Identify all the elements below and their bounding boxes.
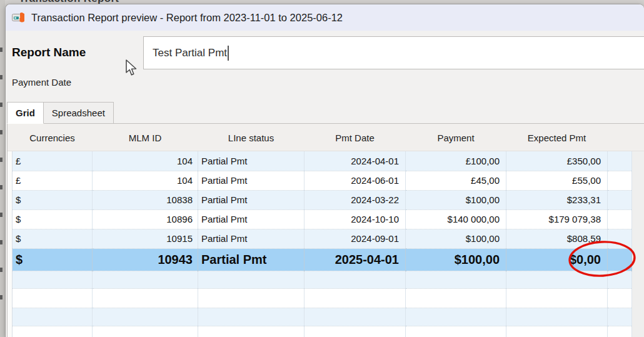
- cell-empty: [13, 288, 93, 308]
- cell-line-status[interactable]: Partial Pmt: [198, 171, 304, 190]
- cell-currency[interactable]: £: [13, 171, 93, 190]
- table-row-empty[interactable]: [13, 271, 632, 288]
- cell-empty: [608, 308, 632, 326]
- cell-filler: [608, 151, 632, 171]
- cell-empty: [304, 271, 406, 288]
- cell-pmt-date[interactable]: 2025-04-01: [304, 248, 406, 271]
- cell-payment[interactable]: $100,00: [406, 229, 506, 248]
- dialog-titlebar[interactable]: Transaction Report preview - Report from…: [6, 4, 644, 31]
- cell-currency[interactable]: $: [13, 248, 93, 271]
- grid-header-row: CurrenciesMLM IDLIne statusPmt DatePayme…: [13, 124, 632, 151]
- cell-mlm-id[interactable]: 104: [93, 151, 198, 171]
- cell-payment[interactable]: $100,00: [406, 248, 506, 271]
- cell-filler: [608, 190, 632, 209]
- grid-panel: CurrenciesMLM IDLIne statusPmt DatePayme…: [7, 123, 644, 337]
- cell-empty: [198, 308, 304, 326]
- cell-expected-pmt[interactable]: $0,00: [506, 248, 608, 271]
- grid-body: £104Partial Pmt2024-04-01£100,00£350,00£…: [13, 151, 632, 337]
- cell-pmt-date[interactable]: 2024-10-10: [304, 209, 406, 229]
- screen: Transaction Report Transaction Report pr…: [0, 0, 644, 337]
- report-name-input[interactable]: Test Partial Pmt: [143, 36, 644, 69]
- report-name-value: Test Partial Pmt: [153, 47, 227, 59]
- cell-expected-pmt[interactable]: $179 079,38: [506, 209, 608, 229]
- column-header-filler: [608, 124, 632, 151]
- table-row[interactable]: £104Partial Pmt2024-06-01£45,00£55,00: [13, 171, 632, 190]
- view-tabs: Grid Spreadsheet: [7, 102, 114, 124]
- table-row[interactable]: $10896Partial Pmt2024-10-10$140 000,00$1…: [13, 209, 632, 229]
- cell-mlm-id[interactable]: 104: [93, 171, 198, 190]
- cell-filler: [608, 229, 632, 248]
- cell-mlm-id[interactable]: 10896: [93, 209, 198, 229]
- cell-payment[interactable]: $100,00: [406, 190, 506, 209]
- occluded-window-left-sliver: [0, 0, 5, 337]
- cell-empty: [406, 271, 506, 288]
- report-app-icon: [12, 12, 26, 24]
- mouse-cursor-icon: [124, 59, 138, 77]
- table-row[interactable]: $10915Partial Pmt2024-09-01$100,00$808,5…: [13, 229, 632, 248]
- table-row[interactable]: £104Partial Pmt2024-04-01£100,00£350,00: [13, 151, 632, 171]
- cell-empty: [304, 288, 406, 308]
- cell-expected-pmt[interactable]: $233,31: [506, 190, 608, 209]
- cell-empty: [93, 271, 198, 288]
- column-header-payment[interactable]: Payment: [406, 124, 506, 151]
- cell-empty: [304, 326, 406, 337]
- cell-empty: [406, 308, 506, 326]
- tab-grid[interactable]: Grid: [7, 102, 44, 124]
- cell-line-status[interactable]: Partial Pmt: [198, 229, 304, 248]
- cell-line-status[interactable]: Partial Pmt: [198, 190, 304, 209]
- table-row[interactable]: $10838Partial Pmt2024-03-22$100,00$233,3…: [13, 190, 632, 209]
- cell-mlm-id[interactable]: 10943: [93, 248, 198, 271]
- cell-currency[interactable]: £: [13, 151, 93, 171]
- dialog-title: Transaction Report preview - Report from…: [31, 12, 343, 24]
- cell-filler: [608, 209, 632, 229]
- cell-pmt-date[interactable]: 2024-03-22: [304, 190, 406, 209]
- cell-empty: [198, 326, 304, 337]
- cell-pmt-date[interactable]: 2024-09-01: [304, 229, 406, 248]
- cell-pmt-date[interactable]: 2024-04-01: [304, 151, 406, 171]
- cell-expected-pmt[interactable]: £350,00: [506, 151, 608, 171]
- cell-currency[interactable]: $: [13, 190, 93, 209]
- table-row-empty[interactable]: [13, 288, 632, 308]
- cell-empty: [304, 308, 406, 326]
- cell-expected-pmt[interactable]: $808,59: [506, 229, 608, 248]
- cell-empty: [608, 271, 632, 288]
- tab-spreadsheet[interactable]: Spreadsheet: [44, 102, 114, 124]
- cell-empty: [198, 288, 304, 308]
- cell-empty: [93, 326, 198, 337]
- cell-payment[interactable]: £45,00: [406, 171, 506, 190]
- column-header-mlm-id[interactable]: MLM ID: [93, 124, 198, 151]
- report-name-label: Report Name: [12, 46, 86, 59]
- cell-empty: [406, 326, 506, 337]
- grid-scrollbar-gutter[interactable]: [631, 151, 644, 337]
- cell-pmt-date[interactable]: 2024-06-01: [304, 171, 406, 190]
- column-header-line-status[interactable]: LIne status: [198, 124, 304, 151]
- cell-empty: [198, 271, 304, 288]
- table-row-selected[interactable]: $10943Partial Pmt2025-04-01$100,00$0,00: [13, 248, 632, 271]
- cell-payment[interactable]: $140 000,00: [406, 209, 506, 229]
- column-header-currencies[interactable]: Currencies: [13, 124, 93, 151]
- cell-payment[interactable]: £100,00: [406, 151, 506, 171]
- cell-empty: [93, 288, 198, 308]
- cell-mlm-id[interactable]: 10838: [93, 190, 198, 209]
- cell-line-status[interactable]: Partial Pmt: [198, 151, 304, 171]
- cell-empty: [93, 308, 198, 326]
- cell-empty: [506, 308, 608, 326]
- cell-empty: [506, 326, 608, 337]
- cell-currency[interactable]: $: [13, 229, 93, 248]
- cell-line-status[interactable]: Partial Pmt: [198, 209, 304, 229]
- text-caret: [228, 46, 229, 61]
- cell-mlm-id[interactable]: 10915: [93, 229, 198, 248]
- cell-line-status[interactable]: Partial Pmt: [198, 248, 304, 271]
- cell-currency[interactable]: $: [13, 209, 93, 229]
- cell-empty: [608, 288, 632, 308]
- table-row-empty[interactable]: [13, 326, 632, 337]
- cell-expected-pmt[interactable]: £55,00: [506, 171, 608, 190]
- table-row-empty[interactable]: [13, 308, 632, 326]
- transaction-report-preview-dialog: Transaction Report preview - Report from…: [5, 4, 644, 337]
- transactions-table: CurrenciesMLM IDLIne statusPmt DatePayme…: [12, 124, 632, 337]
- cell-empty: [506, 288, 608, 308]
- column-header-pmt-date[interactable]: Pmt Date: [304, 124, 406, 151]
- payment-date-label: Payment Date: [12, 77, 71, 88]
- cell-empty: [13, 271, 93, 288]
- column-header-expected-pmt[interactable]: Expected Pmt: [506, 124, 608, 151]
